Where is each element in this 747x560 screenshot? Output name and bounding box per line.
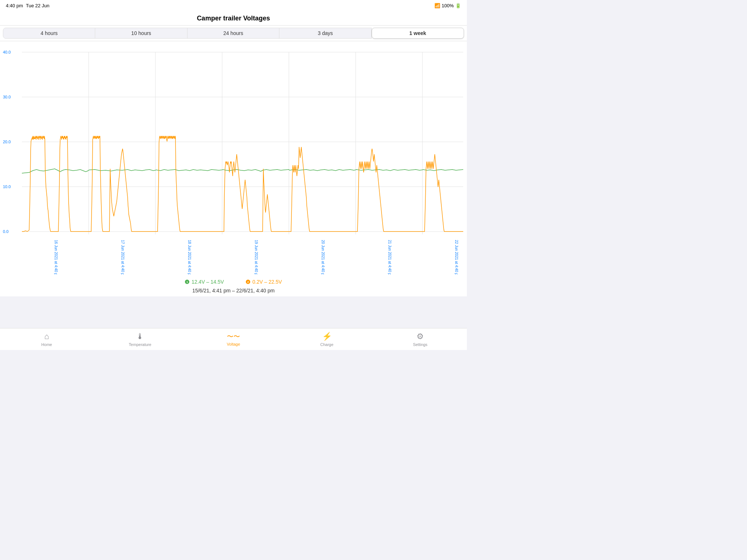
nav-temperature-label: Temperature <box>129 342 151 347</box>
chart-container: 40.0 30.0 20.0 10.0 0.0 16 Jun 2021 at 4… <box>0 41 467 276</box>
time-tabs: 4 hours 10 hours 24 hours 3 days 1 week <box>0 26 467 41</box>
main-container: 4:40 pm Tue 22 Jun 📶 100% 🔋 Camper trail… <box>0 0 467 339</box>
nav-voltage-label: Voltage <box>227 342 240 346</box>
date-range: 15/6/21, 4:41 pm – 22/6/21, 4:40 pm <box>0 286 467 296</box>
legend-range-green: 12.4V – 14.5V <box>191 279 224 285</box>
status-bar: 4:40 pm Tue 22 Jun 📶 100% 🔋 <box>0 0 467 11</box>
legend-item-orange: 2 0.2V – 22.5V <box>246 279 282 285</box>
legend-item-green: 1 12.4V – 14.5V <box>185 279 224 285</box>
x-label-21jun: 21 Jun 2021 at 4:40 pm <box>388 240 392 275</box>
x-label-17jun: 17 Jun 2021 at 4:40 pm <box>121 240 125 275</box>
tab-4hours[interactable]: 4 hours <box>3 28 95 39</box>
nav-home[interactable]: ⌂ Home <box>0 328 93 350</box>
y-label-10: 10.0 <box>3 184 11 189</box>
y-label-40: 40.0 <box>3 50 11 54</box>
voltage-icon: 〜〜 <box>227 332 240 341</box>
nav-settings-label: Settings <box>413 342 427 347</box>
legend-range-orange: 0.2V – 22.5V <box>252 279 282 285</box>
wifi-icon: 📶 <box>434 3 440 8</box>
charge-icon: ⚡ <box>322 332 332 341</box>
svg-rect-0 <box>0 41 467 275</box>
nav-home-label: Home <box>41 342 52 347</box>
y-label-0: 0.0 <box>3 229 8 234</box>
legend: 1 12.4V – 14.5V 2 0.2V – 22.5V <box>0 276 467 286</box>
legend-dot-green: 1 <box>185 280 189 284</box>
legend-dot-orange: 2 <box>246 280 250 284</box>
y-label-20: 20.0 <box>3 140 11 144</box>
battery-icon: 🔋 <box>455 3 461 8</box>
x-label-20jun: 20 Jun 2021 at 4:40 pm <box>321 240 325 275</box>
x-label-18jun: 18 Jun 2021 at 4:40 pm <box>187 240 191 275</box>
tab-1week[interactable]: 1 week <box>372 28 464 39</box>
nav-temperature[interactable]: 🌡 Temperature <box>93 328 187 350</box>
status-date: Tue 22 Jun <box>26 3 50 8</box>
tab-3days[interactable]: 3 days <box>279 28 371 39</box>
y-label-30: 30.0 <box>3 95 11 99</box>
nav-voltage[interactable]: 〜〜 Voltage <box>187 328 280 350</box>
nav-charge[interactable]: ⚡ Charge <box>280 328 374 350</box>
tab-10hours[interactable]: 10 hours <box>95 28 187 39</box>
temperature-icon: 🌡 <box>136 332 144 341</box>
x-label-22jun: 22 Jun 2021 at 4:40 pm <box>454 240 458 275</box>
bottom-nav: ⌂ Home 🌡 Temperature 〜〜 Voltage ⚡ Charge… <box>0 328 467 350</box>
battery-percent: 100% <box>442 3 454 8</box>
status-right: 📶 100% 🔋 <box>434 3 461 8</box>
status-left: 4:40 pm Tue 22 Jun <box>6 3 50 8</box>
settings-icon: ⚙ <box>417 332 424 341</box>
tab-24hours[interactable]: 24 hours <box>187 28 279 39</box>
nav-settings[interactable]: ⚙ Settings <box>374 328 467 350</box>
x-label-16jun: 16 Jun 2021 at 4:40 pm <box>54 240 58 275</box>
x-label-19jun: 19 Jun 2021 at 4:40 pm <box>254 240 258 275</box>
status-time: 4:40 pm <box>6 3 23 8</box>
home-icon: ⌂ <box>44 332 49 341</box>
chart-svg: 40.0 30.0 20.0 10.0 0.0 16 Jun 2021 at 4… <box>0 41 467 275</box>
nav-charge-label: Charge <box>320 342 333 347</box>
page-title: Camper trailer Voltages <box>0 11 467 26</box>
